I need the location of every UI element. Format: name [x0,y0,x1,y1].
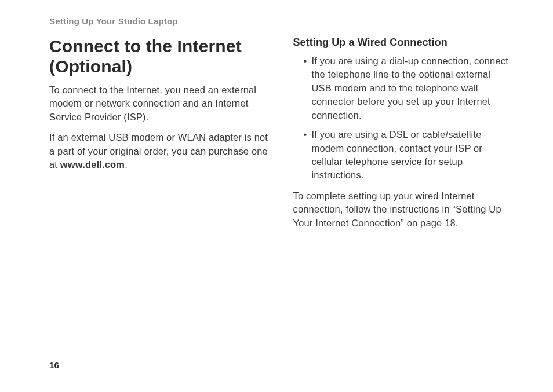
page-number: 16 [49,360,59,370]
main-heading: Connect to the Internet (Optional) [49,36,269,76]
sub-heading: Setting Up a Wired Connection [293,36,513,49]
closing-paragraph: To complete setting up your wired Intern… [293,189,513,230]
bullet-list: If you are using a dial-up connection, c… [304,54,513,182]
intro-paragraph-1: To connect to the Internet, you need an … [49,83,269,124]
list-item: If you are using a dial-up connection, c… [304,54,513,122]
page-header: Setting Up Your Studio Laptop [49,16,512,26]
dell-url: www.dell.com [60,159,125,170]
right-column: Setting Up a Wired Connection If you are… [293,36,513,237]
list-item: If you are using a DSL or cable/satellit… [304,128,513,182]
left-column: Connect to the Internet (Optional) To co… [49,36,269,237]
para2-post-text: . [125,159,128,170]
intro-paragraph-2: If an external USB modem or WLAN adapter… [49,131,269,171]
two-column-layout: Connect to the Internet (Optional) To co… [49,36,512,237]
